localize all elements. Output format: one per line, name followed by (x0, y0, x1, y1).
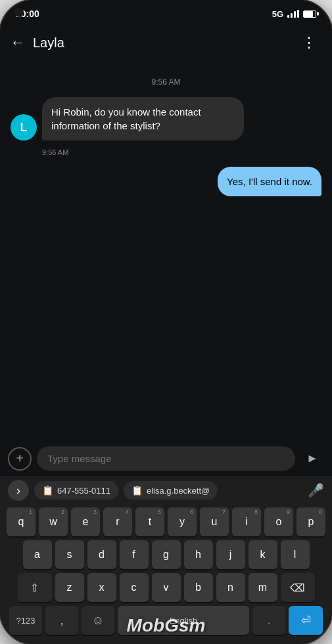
key-c[interactable]: c (120, 573, 149, 602)
status-bar: 10:00 5G (0, 0, 332, 24)
phone-frame: 10:00 5G ← Layla ⋮ 9:56 AM (0, 0, 332, 644)
chat-timestamp: 9:56 AM (11, 77, 321, 87)
key-e[interactable]: 3e (71, 507, 100, 536)
key-v[interactable]: v (152, 573, 181, 602)
key-row-3: ⇧ z x c v b n m ⌫ (3, 573, 329, 602)
key-m[interactable]: m (249, 573, 277, 602)
key-row-4: ?123 , ☺ English . ⏎ (3, 606, 329, 635)
avatar: L (11, 114, 37, 140)
mic-icon: 🎤 (308, 483, 324, 498)
camera-cutout (14, 8, 24, 17)
key-n[interactable]: n (216, 573, 245, 602)
top-bar: ← Layla ⋮ (0, 24, 332, 62)
incoming-time: 9:56 AM (42, 148, 321, 156)
screen: 10:00 5G ← Layla ⋮ 9:56 AM (0, 0, 332, 644)
clipboard-icon: 📋 (131, 485, 143, 496)
incoming-bubble: Hi Robin, do you know the contact inform… (42, 97, 244, 140)
key-row-1: 1q 2w 3e 4r 5t 6y 7u 8i 9o 0p (3, 507, 329, 536)
suggestions-bar: › 📋 647-555-0111 📋 elisa.g.beckett@ 🎤 (0, 476, 332, 505)
key-f[interactable]: f (120, 540, 149, 569)
backspace-key[interactable]: ⌫ (281, 573, 315, 602)
signal-icon (287, 10, 299, 18)
key-i[interactable]: 8i (232, 507, 261, 536)
key-k[interactable]: k (249, 540, 277, 569)
key-u[interactable]: 7u (200, 507, 229, 536)
key-d[interactable]: d (87, 540, 116, 569)
space-key[interactable]: English (118, 606, 249, 635)
key-o[interactable]: 9o (264, 507, 293, 536)
chip-phone-label: 647-555-0111 (57, 486, 110, 496)
add-icon: + (16, 451, 24, 466)
keyboard: 1q 2w 3e 4r 5t 6y 7u 8i 9o 0p a s d f g … (0, 505, 332, 644)
phone-icon: 📋 (42, 485, 53, 496)
outgoing-bubble: Yes, I'll send it now. (218, 167, 321, 196)
emoji-key[interactable]: ☺ (82, 606, 114, 635)
add-button[interactable]: + (8, 447, 32, 471)
send-icon: ► (306, 452, 318, 465)
incoming-message-row: L Hi Robin, do you know the contact info… (11, 97, 321, 140)
key-p[interactable]: 0p (296, 507, 325, 536)
enter-key[interactable]: ⏎ (289, 606, 323, 635)
outgoing-message-row: Yes, I'll send it now. (11, 167, 321, 196)
expand-suggestions-button[interactable]: › (8, 480, 29, 501)
numbers-key[interactable]: ?123 (9, 606, 42, 635)
key-l[interactable]: l (281, 540, 310, 569)
key-j[interactable]: j (216, 540, 245, 569)
network-label: 5G (272, 9, 283, 19)
key-h[interactable]: h (184, 540, 213, 569)
key-y[interactable]: 6y (168, 507, 197, 536)
chat-area: 9:56 AM L Hi Robin, do you know the cont… (0, 62, 332, 441)
chip-email-label: elisa.g.beckett@ (147, 486, 210, 496)
key-g[interactable]: g (152, 540, 181, 569)
shift-key[interactable]: ⇧ (18, 573, 52, 602)
key-w[interactable]: 2w (39, 507, 68, 536)
message-input[interactable] (37, 446, 295, 471)
input-area: + ► (0, 441, 332, 476)
key-r[interactable]: 4r (103, 507, 132, 536)
send-button[interactable]: ► (300, 447, 324, 471)
key-a[interactable]: a (23, 540, 52, 569)
key-t[interactable]: 5t (135, 507, 164, 536)
status-icons: 5G (272, 9, 316, 19)
expand-icon: › (16, 484, 20, 498)
contact-name: Layla (33, 35, 296, 51)
battery-icon (303, 11, 316, 18)
suggestion-chip-email[interactable]: 📋 elisa.g.beckett@ (124, 481, 218, 500)
comma-key[interactable]: , (45, 606, 78, 635)
back-button[interactable]: ← (5, 30, 30, 55)
more-options-button[interactable]: ⋮ (296, 29, 321, 56)
key-b[interactable]: b (184, 573, 213, 602)
key-x[interactable]: x (87, 573, 116, 602)
key-z[interactable]: z (55, 573, 84, 602)
mic-button[interactable]: 🎤 (308, 483, 324, 498)
period-key[interactable]: . (252, 606, 285, 635)
key-q[interactable]: 1q (7, 507, 36, 536)
suggestion-chip-phone[interactable]: 📋 647-555-0111 (34, 481, 118, 500)
key-row-2: a s d f g h j k l (3, 540, 329, 569)
key-s[interactable]: s (55, 540, 84, 569)
